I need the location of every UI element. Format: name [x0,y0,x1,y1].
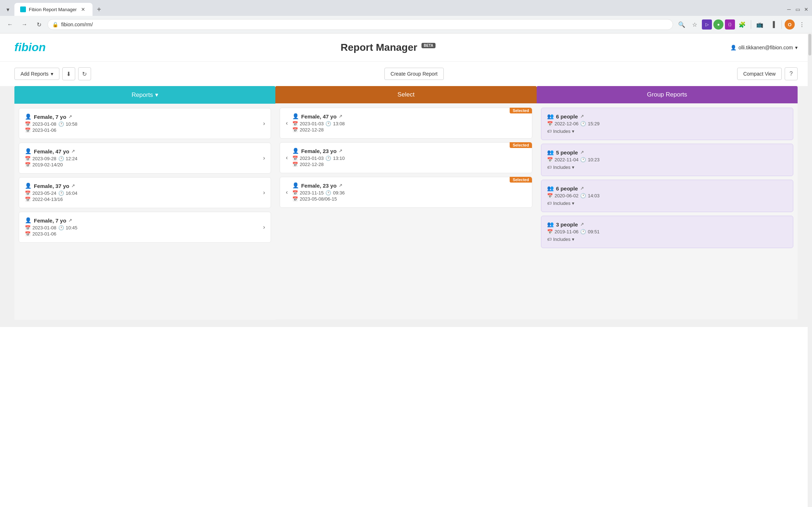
download-button[interactable]: ⬇ [62,67,75,80]
card-arrow-icon[interactable]: › [263,189,265,196]
select-card[interactable]: Selected ‹ 👤 Female, 23 yo ↗ 📅 2023-01-0… [280,142,532,173]
extension-btn-3[interactable]: ⟨⟩ [725,19,735,30]
create-group-report-button[interactable]: Create Group Report [384,68,444,80]
group-card[interactable]: 👥 6 people ↗ 📅 2020-06-02 🕐 14:03 🏷 Inc [541,180,793,212]
reports-column-header[interactable]: Reports ▾ [14,86,275,104]
extension-btn-2[interactable]: ● [713,19,723,30]
tab-close-btn[interactable]: ✕ [80,6,87,13]
reports-header-dropdown-icon: ▾ [155,91,158,99]
page-scrollbar[interactable] [808,32,812,507]
logo: fibion [14,41,46,54]
calendar-icon: 📅 [547,157,553,162]
new-tab-btn[interactable]: + [94,4,104,14]
report-card[interactable]: 👤 Female, 7 yo ↗ 📅 2023-01-08 🕐 10:45 📅 [19,212,271,243]
calendar2-icon: 📅 [25,127,31,133]
toolbar-right: Compact View ? [737,67,798,80]
tab-dropdown-btn[interactable]: ▾ [3,4,13,14]
report-name: 👤 Female, 47 yo ↗ [25,148,260,154]
group-icon: 👥 [547,149,554,156]
ext-link-icon[interactable]: ↗ [71,183,75,188]
report-card[interactable]: 👤 Female, 37 yo ↗ 📅 2023-05-24 🕐 16:04 📅 [19,177,271,208]
cast-btn[interactable]: 📺 [754,19,766,30]
report-date: 📅 2023-01-08 🕐 10:45 [25,225,260,230]
reload-btn[interactable]: ↻ [33,19,45,30]
toolbar-center: Create Group Report [384,68,444,80]
group-name: 👥 3 people ↗ [547,221,787,228]
group-reports-col-content: 👥 6 people ↗ 📅 2022-12-06 🕐 15:29 🏷 Inc [537,103,798,319]
select-card[interactable]: Selected ‹ 👤 Female, 23 yo ↗ 📅 2023-11-1… [280,177,532,208]
person-icon: 👤 [292,148,299,154]
minimize-btn[interactable]: ─ [786,6,792,12]
extension-btn-1[interactable]: ▷ [702,19,712,30]
select-card[interactable]: Selected ‹ 👤 Female, 47 yo ↗ 📅 2023-01-0… [280,108,532,139]
help-button[interactable]: ? [785,67,798,80]
includes-row: 🏷 Includes ▾ [547,236,787,243]
includes-button[interactable]: 🏷 Includes ▾ [547,200,574,207]
tab-title: Fibion Report Manager [29,7,77,12]
includes-button[interactable]: 🏷 Includes ▾ [547,236,574,243]
ext-link-icon[interactable]: ↗ [339,114,342,119]
ext-link-icon[interactable]: ↗ [580,186,584,191]
group-date: 📅 2019-11-06 🕐 09:51 [547,229,787,234]
report-card-content: 👤 Female, 37 yo ↗ 📅 2023-05-24 🕐 16:04 📅 [25,183,260,203]
includes-dropdown-icon: ▾ [572,237,574,242]
card-back-icon[interactable]: ‹ [286,120,288,126]
close-btn[interactable]: ✕ [803,6,809,12]
scrollbar-thumb[interactable] [808,34,811,55]
select-card-content: 👤 Female, 23 yo ↗ 📅 2023-01-03 🕐 13:10 📅 [292,148,526,168]
ext-link-icon[interactable]: ↗ [339,183,342,188]
report-date: 📅 2023-11-15 🕐 09:36 [292,190,526,196]
group-date: 📅 2020-06-02 🕐 14:03 [547,193,787,198]
includes-button[interactable]: 🏷 Includes ▾ [547,164,574,171]
ext-link-icon[interactable]: ↗ [339,148,342,153]
person-icon: 👤 [292,113,299,120]
report-card[interactable]: 👤 Female, 7 yo ↗ 📅 2023-01-08 🕐 10:58 📅 [19,108,271,139]
bookmark-btn[interactable]: ☆ [689,19,700,30]
select-card-content: 👤 Female, 23 yo ↗ 📅 2023-11-15 🕐 09:36 📅 [292,182,526,202]
more-btn[interactable]: ⋮ [796,19,808,30]
refresh-icon: ↻ [82,71,87,77]
card-back-icon[interactable]: ‹ [286,189,288,196]
calendar-icon: 📅 [25,225,31,230]
includes-dropdown-icon: ▾ [572,165,574,170]
refresh-button[interactable]: ↻ [78,67,91,80]
person-icon: 👤 [25,183,32,189]
card-back-icon[interactable]: ‹ [286,154,288,161]
group-card[interactable]: 👥 5 people ↗ 📅 2022-11-04 🕐 10:23 🏷 Inc [541,144,793,176]
report-card[interactable]: 👤 Female, 47 yo ↗ 📅 2023-09-28 🕐 12:24 📅 [19,143,271,174]
report-date: 📅 2023-01-08 🕐 10:58 [25,121,260,127]
report-end-date: 📅 2022-04-13/16 [25,197,260,202]
ext-link-icon[interactable]: ↗ [68,218,72,223]
search-btn[interactable]: 🔍 [676,19,687,30]
user-dropdown-icon: ▾ [795,45,798,50]
ext-link-icon[interactable]: ↗ [71,149,75,154]
ext-link-icon[interactable]: ↗ [580,150,584,155]
calendar2-icon: 📅 [25,231,31,237]
ext-link-icon[interactable]: ↗ [580,114,584,119]
profile-btn[interactable]: O [785,19,795,30]
address-bar[interactable]: 🔒 fibion.com/rm/ [48,19,673,30]
calendar2-icon: 📅 [292,127,298,133]
extensions-btn[interactable]: 🧩 [736,19,748,30]
clock-icon: 🕐 [580,193,586,198]
back-btn[interactable]: ← [4,19,16,30]
card-arrow-icon[interactable]: › [263,120,265,127]
group-card[interactable]: 👥 3 people ↗ 📅 2019-11-06 🕐 09:51 🏷 Inc [541,216,793,248]
group-card[interactable]: 👥 6 people ↗ 📅 2022-12-06 🕐 15:29 🏷 Inc [541,108,793,140]
report-date: 📅 2023-05-24 🕐 16:04 [25,190,260,196]
sidebar-btn[interactable]: ▐ [767,19,779,30]
divider [751,20,751,29]
forward-btn[interactable]: → [19,19,30,30]
group-reports-column: Group Reports 👥 6 people ↗ 📅 2022-12-06 … [537,86,798,320]
includes-button[interactable]: 🏷 Includes ▾ [547,128,574,135]
compact-view-button[interactable]: Compact View [737,68,782,80]
maximize-btn[interactable]: ▭ [795,6,800,12]
card-arrow-icon[interactable]: › [263,224,265,230]
add-reports-button[interactable]: Add Reports ▾ [14,68,59,80]
ext-link-icon[interactable]: ↗ [580,222,584,227]
ext-link-icon[interactable]: ↗ [68,114,72,119]
user-info[interactable]: 👤 olli.tikkanen@fibion.com ▾ [730,45,798,50]
active-tab[interactable]: Fibion Report Manager ✕ [14,3,93,16]
tag-icon: 🏷 [547,129,552,134]
card-arrow-icon[interactable]: › [263,155,265,161]
